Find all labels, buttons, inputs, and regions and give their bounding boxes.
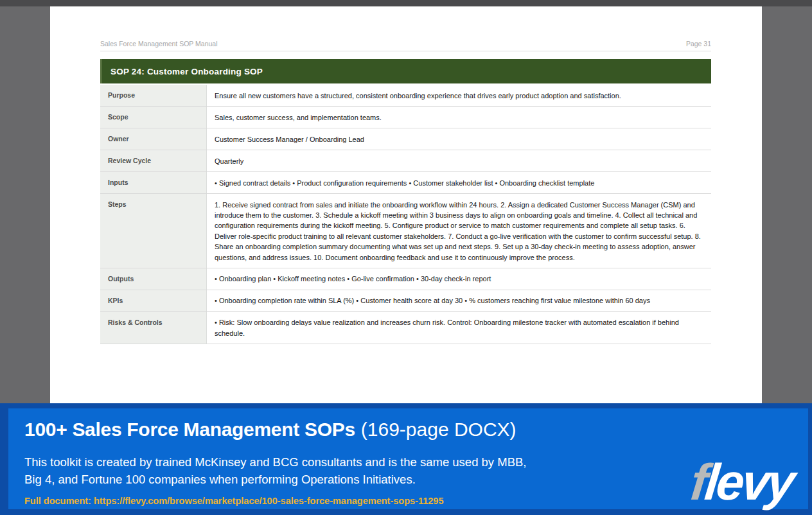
row-value: Sales, customer success, and implementat… [207,107,711,128]
table-row-purpose: Purpose Ensure all new customers have a … [100,85,711,107]
document-header: Sales Force Management SOP Manual Page 3… [100,40,711,51]
doc-header-title: Sales Force Management SOP Manual [100,40,217,48]
sop-title: SOP 24: Customer Onboarding SOP [110,67,263,76]
promo-banner: 100+ Sales Force Management SOPs(169-pag… [0,403,812,515]
row-value: Customer Success Manager / Onboarding Le… [207,128,711,150]
page-content: Sales Force Management SOP Manual Page 3… [100,40,711,344]
row-label: Review Cycle [100,150,207,171]
promo-title: 100+ Sales Force Management SOPs(169-pag… [24,419,516,441]
promo-subtitle: This toolkit is created by trained McKin… [24,453,526,488]
row-value: • Risk: Slow onboarding delays value rea… [207,312,711,344]
table-row-scope: Scope Sales, customer success, and imple… [100,107,711,128]
sop-title-bar: SOP 24: Customer Onboarding SOP [100,59,711,83]
row-label: Purpose [100,85,207,106]
row-label: Outputs [100,268,207,290]
row-value: 1. Receive signed contract from sales an… [207,194,711,268]
row-value: • Signed contract details • Product conf… [207,172,711,193]
table-row-kpis: KPIs • Onboarding completion rate within… [100,290,711,312]
table-row-outputs: Outputs • Onboarding plan • Kickoff meet… [100,268,711,290]
row-label: KPIs [100,290,207,311]
row-value: Quarterly [207,150,711,171]
row-value: • Onboarding completion rate within SLA … [207,290,711,311]
page-number: Page 31 [686,40,711,48]
row-label: Owner [100,128,207,150]
promo-title-bold: 100+ Sales Force Management SOPs [24,419,355,440]
flevy-logo: flevy [689,457,795,506]
row-label: Steps [100,194,207,268]
row-label: Inputs [100,172,207,193]
promo-title-format: (169-page DOCX) [361,419,516,440]
promo-link[interactable]: Full document: https://flevy.com/browse/… [24,496,443,506]
row-label: Scope [100,107,207,128]
top-bar [0,0,812,6]
table-row-inputs: Inputs • Signed contract details • Produ… [100,172,711,194]
promo-banner-inner: 100+ Sales Force Management SOPs(169-pag… [8,408,808,509]
flevy-logo-levy: levy [702,453,795,511]
table-row-owner: Owner Customer Success Manager / Onboard… [100,128,711,150]
promo-subtitle-line2: Big 4, and Fortune 100 companies when pe… [24,471,526,488]
table-row-steps: Steps 1. Receive signed contract from sa… [100,194,711,268]
promo-subtitle-line1: This toolkit is created by trained McKin… [24,453,526,471]
row-value: • Onboarding plan • Kickoff meeting note… [207,268,711,290]
table-row-review-cycle: Review Cycle Quarterly [100,150,711,172]
row-label: Risks & Controls [100,312,207,344]
document-page: Sales Force Management SOP Manual Page 3… [50,6,762,403]
table-row-risks-controls: Risks & Controls • Risk: Slow onboarding… [100,312,711,344]
row-value: Ensure all new customers have a structur… [207,85,711,106]
sop-table: Purpose Ensure all new customers have a … [100,85,711,344]
